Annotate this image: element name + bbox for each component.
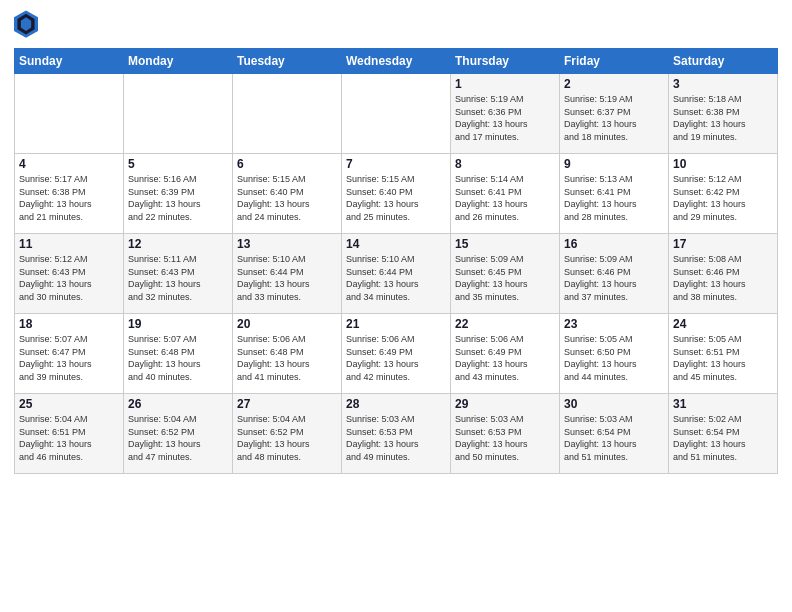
calendar-cell: 11Sunrise: 5:12 AM Sunset: 6:43 PM Dayli… [15,234,124,314]
day-number: 17 [673,237,773,251]
day-number: 1 [455,77,555,91]
day-info: Sunrise: 5:06 AM Sunset: 6:49 PM Dayligh… [346,333,446,383]
day-number: 15 [455,237,555,251]
logo-icon [14,10,38,40]
calendar-cell: 13Sunrise: 5:10 AM Sunset: 6:44 PM Dayli… [233,234,342,314]
day-info: Sunrise: 5:10 AM Sunset: 6:44 PM Dayligh… [346,253,446,303]
day-info: Sunrise: 5:02 AM Sunset: 6:54 PM Dayligh… [673,413,773,463]
calendar-cell: 6Sunrise: 5:15 AM Sunset: 6:40 PM Daylig… [233,154,342,234]
day-number: 30 [564,397,664,411]
day-number: 2 [564,77,664,91]
calendar-cell: 1Sunrise: 5:19 AM Sunset: 6:36 PM Daylig… [451,74,560,154]
calendar-cell [15,74,124,154]
weekday-header-friday: Friday [560,49,669,74]
calendar-cell: 26Sunrise: 5:04 AM Sunset: 6:52 PM Dayli… [124,394,233,474]
day-number: 7 [346,157,446,171]
day-number: 21 [346,317,446,331]
day-number: 10 [673,157,773,171]
weekday-header-row: SundayMondayTuesdayWednesdayThursdayFrid… [15,49,778,74]
day-number: 6 [237,157,337,171]
day-info: Sunrise: 5:04 AM Sunset: 6:52 PM Dayligh… [128,413,228,463]
day-number: 29 [455,397,555,411]
day-info: Sunrise: 5:05 AM Sunset: 6:50 PM Dayligh… [564,333,664,383]
day-info: Sunrise: 5:11 AM Sunset: 6:43 PM Dayligh… [128,253,228,303]
calendar-cell: 16Sunrise: 5:09 AM Sunset: 6:46 PM Dayli… [560,234,669,314]
calendar-cell [233,74,342,154]
week-row-1: 1Sunrise: 5:19 AM Sunset: 6:36 PM Daylig… [15,74,778,154]
calendar-cell: 22Sunrise: 5:06 AM Sunset: 6:49 PM Dayli… [451,314,560,394]
day-number: 22 [455,317,555,331]
week-row-2: 4Sunrise: 5:17 AM Sunset: 6:38 PM Daylig… [15,154,778,234]
calendar-cell: 20Sunrise: 5:06 AM Sunset: 6:48 PM Dayli… [233,314,342,394]
day-info: Sunrise: 5:12 AM Sunset: 6:43 PM Dayligh… [19,253,119,303]
day-number: 3 [673,77,773,91]
day-number: 14 [346,237,446,251]
day-info: Sunrise: 5:03 AM Sunset: 6:53 PM Dayligh… [346,413,446,463]
day-info: Sunrise: 5:07 AM Sunset: 6:48 PM Dayligh… [128,333,228,383]
day-info: Sunrise: 5:06 AM Sunset: 6:49 PM Dayligh… [455,333,555,383]
calendar-cell: 12Sunrise: 5:11 AM Sunset: 6:43 PM Dayli… [124,234,233,314]
weekday-header-monday: Monday [124,49,233,74]
calendar-cell [342,74,451,154]
day-info: Sunrise: 5:12 AM Sunset: 6:42 PM Dayligh… [673,173,773,223]
logo [14,10,42,40]
calendar-cell: 14Sunrise: 5:10 AM Sunset: 6:44 PM Dayli… [342,234,451,314]
day-info: Sunrise: 5:15 AM Sunset: 6:40 PM Dayligh… [346,173,446,223]
calendar-cell: 21Sunrise: 5:06 AM Sunset: 6:49 PM Dayli… [342,314,451,394]
calendar-cell: 4Sunrise: 5:17 AM Sunset: 6:38 PM Daylig… [15,154,124,234]
day-number: 11 [19,237,119,251]
calendar-cell: 18Sunrise: 5:07 AM Sunset: 6:47 PM Dayli… [15,314,124,394]
day-info: Sunrise: 5:10 AM Sunset: 6:44 PM Dayligh… [237,253,337,303]
day-number: 26 [128,397,228,411]
week-row-4: 18Sunrise: 5:07 AM Sunset: 6:47 PM Dayli… [15,314,778,394]
weekday-header-saturday: Saturday [669,49,778,74]
week-row-5: 25Sunrise: 5:04 AM Sunset: 6:51 PM Dayli… [15,394,778,474]
day-number: 24 [673,317,773,331]
weekday-header-thursday: Thursday [451,49,560,74]
day-number: 28 [346,397,446,411]
calendar-cell: 15Sunrise: 5:09 AM Sunset: 6:45 PM Dayli… [451,234,560,314]
day-info: Sunrise: 5:14 AM Sunset: 6:41 PM Dayligh… [455,173,555,223]
day-info: Sunrise: 5:19 AM Sunset: 6:37 PM Dayligh… [564,93,664,143]
day-number: 8 [455,157,555,171]
day-number: 5 [128,157,228,171]
day-info: Sunrise: 5:09 AM Sunset: 6:46 PM Dayligh… [564,253,664,303]
day-info: Sunrise: 5:17 AM Sunset: 6:38 PM Dayligh… [19,173,119,223]
calendar-cell: 7Sunrise: 5:15 AM Sunset: 6:40 PM Daylig… [342,154,451,234]
weekday-header-wednesday: Wednesday [342,49,451,74]
day-info: Sunrise: 5:07 AM Sunset: 6:47 PM Dayligh… [19,333,119,383]
calendar-cell: 10Sunrise: 5:12 AM Sunset: 6:42 PM Dayli… [669,154,778,234]
day-number: 27 [237,397,337,411]
day-info: Sunrise: 5:19 AM Sunset: 6:36 PM Dayligh… [455,93,555,143]
day-info: Sunrise: 5:03 AM Sunset: 6:54 PM Dayligh… [564,413,664,463]
weekday-header-sunday: Sunday [15,49,124,74]
calendar-cell [124,74,233,154]
calendar-cell: 17Sunrise: 5:08 AM Sunset: 6:46 PM Dayli… [669,234,778,314]
calendar-cell: 2Sunrise: 5:19 AM Sunset: 6:37 PM Daylig… [560,74,669,154]
calendar-cell: 25Sunrise: 5:04 AM Sunset: 6:51 PM Dayli… [15,394,124,474]
weekday-header-tuesday: Tuesday [233,49,342,74]
calendar-cell: 3Sunrise: 5:18 AM Sunset: 6:38 PM Daylig… [669,74,778,154]
day-info: Sunrise: 5:18 AM Sunset: 6:38 PM Dayligh… [673,93,773,143]
calendar-cell: 19Sunrise: 5:07 AM Sunset: 6:48 PM Dayli… [124,314,233,394]
calendar-cell: 28Sunrise: 5:03 AM Sunset: 6:53 PM Dayli… [342,394,451,474]
calendar-table: SundayMondayTuesdayWednesdayThursdayFrid… [14,48,778,474]
calendar-page: SundayMondayTuesdayWednesdayThursdayFrid… [0,0,792,612]
day-number: 25 [19,397,119,411]
day-info: Sunrise: 5:16 AM Sunset: 6:39 PM Dayligh… [128,173,228,223]
day-number: 23 [564,317,664,331]
day-number: 12 [128,237,228,251]
day-number: 20 [237,317,337,331]
calendar-cell: 23Sunrise: 5:05 AM Sunset: 6:50 PM Dayli… [560,314,669,394]
day-number: 16 [564,237,664,251]
day-number: 4 [19,157,119,171]
day-info: Sunrise: 5:03 AM Sunset: 6:53 PM Dayligh… [455,413,555,463]
day-info: Sunrise: 5:06 AM Sunset: 6:48 PM Dayligh… [237,333,337,383]
day-number: 9 [564,157,664,171]
calendar-cell: 31Sunrise: 5:02 AM Sunset: 6:54 PM Dayli… [669,394,778,474]
calendar-header [14,10,778,40]
day-info: Sunrise: 5:04 AM Sunset: 6:52 PM Dayligh… [237,413,337,463]
day-info: Sunrise: 5:04 AM Sunset: 6:51 PM Dayligh… [19,413,119,463]
calendar-cell: 27Sunrise: 5:04 AM Sunset: 6:52 PM Dayli… [233,394,342,474]
calendar-cell: 24Sunrise: 5:05 AM Sunset: 6:51 PM Dayli… [669,314,778,394]
